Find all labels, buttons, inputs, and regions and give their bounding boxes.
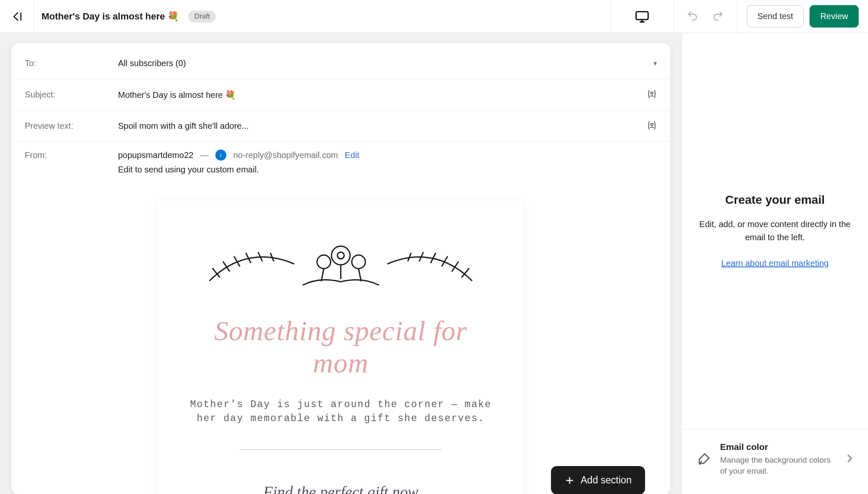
add-section-label: Add section <box>581 475 632 486</box>
desktop-icon <box>635 9 649 24</box>
subject-label: Subject: <box>25 90 118 100</box>
insert-variable-button[interactable] <box>646 88 658 102</box>
to-row[interactable]: To: All subscribers (0) ▾ <box>11 47 670 79</box>
email-section-heading[interactable]: Find the perfect gift now <box>263 483 418 494</box>
info-glyph-icon <box>217 152 224 158</box>
paint-icon <box>695 450 712 468</box>
undo-icon <box>687 10 698 22</box>
learn-more-link[interactable]: Learn about email marketing <box>721 258 829 268</box>
preview-text-label: Preview text: <box>25 121 118 131</box>
add-section-button[interactable]: Add section <box>551 466 645 494</box>
device-preview-toggle[interactable] <box>610 0 674 33</box>
status-badge: Draft <box>188 11 216 22</box>
from-row: From: popupsmartdemo22 — no-reply@shopif… <box>11 142 670 182</box>
paintbrush-icon <box>696 452 711 466</box>
side-heading: Create your email <box>725 193 825 207</box>
redo-button[interactable] <box>712 10 724 23</box>
svg-point-2 <box>651 123 653 125</box>
send-test-button[interactable]: Send test <box>747 5 804 28</box>
svg-rect-0 <box>636 11 648 19</box>
from-label: From: <box>25 150 118 160</box>
svg-rect-4 <box>221 155 221 157</box>
to-label: To: <box>25 58 118 68</box>
side-panel: Create your email Edit, add, or move con… <box>682 33 868 494</box>
svg-point-8 <box>352 255 365 269</box>
to-value: All subscribers (0) <box>118 58 650 68</box>
insert-variable-button-2[interactable] <box>646 119 658 133</box>
svg-point-9 <box>337 252 344 259</box>
preview-text-row[interactable]: Preview text: Spoil mom with a gift she'… <box>11 110 670 142</box>
side-description: Edit, add, or move content directly in t… <box>699 218 851 244</box>
email-headline[interactable]: Something special for mom <box>184 315 498 379</box>
redo-icon <box>712 10 724 22</box>
subject-value: Mother's Day is almost here 💐 <box>118 90 657 100</box>
undo-button[interactable] <box>687 10 698 23</box>
from-noreply-address: no-reply@shopifyemail.com <box>233 150 338 160</box>
page-title: Mother's Day is almost here 💐 <box>42 11 179 22</box>
svg-point-7 <box>331 246 350 265</box>
svg-point-6 <box>317 255 331 269</box>
email-color-row[interactable]: Email color Manage the background colors… <box>682 429 868 494</box>
email-color-desc: Manage the background colors of your ema… <box>720 455 836 477</box>
from-sender: popupsmartdemo22 <box>118 150 194 160</box>
edit-from-link[interactable]: Edit <box>345 150 359 160</box>
svg-rect-5 <box>221 153 221 154</box>
preview-text-value: Spoil mom with a gift she'll adore... <box>118 121 657 131</box>
email-canvas[interactable]: Something special for mom Mother's Day i… <box>159 200 523 494</box>
person-placeholder-icon <box>646 88 658 100</box>
separator-dash: — <box>200 150 209 160</box>
chevron-right-icon <box>843 452 855 466</box>
exit-icon <box>11 11 23 22</box>
email-subtext[interactable]: Mother's Day is just around the corner —… <box>184 398 498 426</box>
svg-point-1 <box>651 92 653 94</box>
review-button[interactable]: Review <box>810 5 859 28</box>
caret-down-icon: ▾ <box>654 59 657 67</box>
divider <box>239 449 442 450</box>
email-color-title: Email color <box>720 442 836 452</box>
info-icon <box>215 150 226 161</box>
from-hint: Edit to send using your custom email. <box>118 165 657 175</box>
plus-icon <box>565 475 575 486</box>
editor-pane: To: All subscribers (0) ▾ Subject: Mothe… <box>0 33 682 494</box>
exit-button[interactable] <box>0 0 34 33</box>
person-placeholder-icon <box>646 119 658 131</box>
subject-row[interactable]: Subject: Mother's Day is almost here 💐 <box>11 79 670 110</box>
floral-illustration <box>197 239 485 294</box>
